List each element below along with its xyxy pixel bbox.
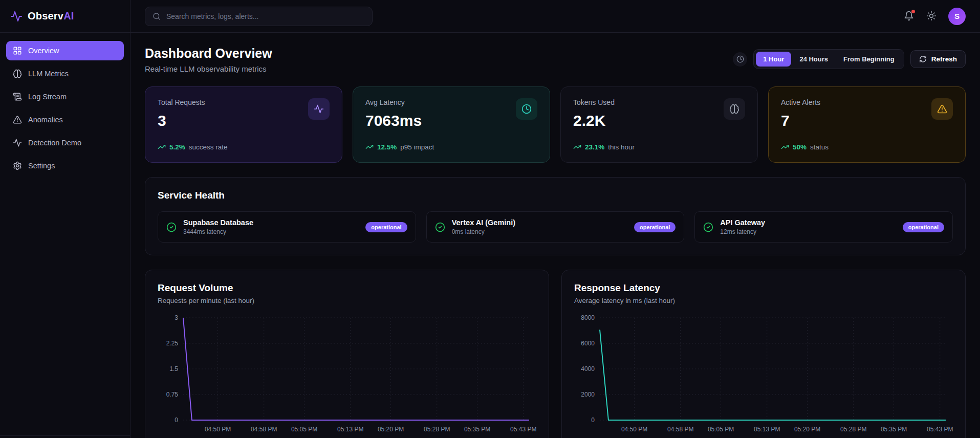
check-circle-icon <box>703 222 713 232</box>
sidebar-item-log-stream[interactable]: Log Stream <box>6 87 124 106</box>
collapse-button[interactable]: Collapse <box>0 435 130 438</box>
service-name: Vertex AI (Gemini) <box>452 218 627 227</box>
stat-value: 3 <box>158 112 205 129</box>
chart-title: Response Latency <box>574 282 953 294</box>
svg-text:3: 3 <box>175 314 178 321</box>
trending-up-icon <box>573 143 581 151</box>
svg-text:04:58 PM: 04:58 PM <box>251 426 277 433</box>
gear-icon <box>13 161 22 170</box>
sidebar-item-llm-metrics[interactable]: LLM Metrics <box>6 64 124 83</box>
svg-text:05:35 PM: 05:35 PM <box>464 426 490 433</box>
service-health-title: Service Health <box>158 190 953 201</box>
sidebar-item-settings[interactable]: Settings <box>6 156 124 176</box>
range-button-from-beginning[interactable]: From Beginning <box>836 52 902 67</box>
stat-label: Active Alerts <box>781 98 820 106</box>
clock-icon <box>516 98 537 120</box>
sidebar-item-label: Settings <box>28 162 55 170</box>
trend-percent: 12.5% <box>377 143 397 151</box>
sidebar-item-anomalies[interactable]: Anomalies <box>6 110 124 129</box>
topbar: S <box>130 0 980 33</box>
service-name: Supabase Database <box>183 218 359 227</box>
svg-text:05:20 PM: 05:20 PM <box>794 426 820 433</box>
chart-title: Request Volume <box>158 282 536 294</box>
stat-label: Total Requests <box>158 98 205 106</box>
svg-text:0: 0 <box>175 417 178 424</box>
stat-value: 2.2K <box>573 112 615 129</box>
notifications-button[interactable] <box>903 11 914 22</box>
range-button-24-hours[interactable]: 24 Hours <box>792 52 835 67</box>
refresh-icon <box>919 55 927 63</box>
stat-value: 7 <box>781 112 820 129</box>
activity-logo-icon <box>10 10 23 23</box>
stat-label: Avg Latency <box>365 98 422 106</box>
trend-description: status <box>810 143 829 151</box>
svg-text:05:05 PM: 05:05 PM <box>708 426 734 433</box>
svg-text:04:50 PM: 04:50 PM <box>621 426 647 433</box>
sidebar-nav: Overview LLM Metrics Log Stream Anomalie… <box>0 33 130 435</box>
svg-text:8000: 8000 <box>581 314 595 321</box>
main-area: S Dashboard Overview Real-time LLM obser… <box>130 0 980 438</box>
service-latency: 3444ms latency <box>183 228 359 235</box>
sidebar-item-label: Overview <box>28 47 59 55</box>
theme-toggle-button[interactable] <box>926 11 937 22</box>
time-controls: 1 Hour 24 Hours From Beginning Refresh <box>733 49 966 69</box>
logo: ObservAI <box>0 0 130 33</box>
activity-icon <box>13 138 22 147</box>
page-title: Dashboard Overview <box>145 46 272 61</box>
svg-text:05:13 PM: 05:13 PM <box>754 426 780 433</box>
stat-card-total-requests: Total Requests 3 5.2% success rate <box>145 86 342 163</box>
trending-up-icon <box>365 143 374 151</box>
search-box <box>145 7 373 26</box>
svg-text:4000: 4000 <box>581 365 595 373</box>
service-item-vertex-ai: Vertex AI (Gemini) 0ms latency operation… <box>426 211 685 243</box>
trend-percent: 50% <box>793 143 807 151</box>
time-range-group: 1 Hour 24 Hours From Beginning <box>753 49 904 69</box>
refresh-label: Refresh <box>931 55 957 63</box>
activity-icon <box>308 98 330 120</box>
notification-dot <box>911 10 915 13</box>
service-latency: 0ms latency <box>452 228 627 235</box>
sidebar-item-label: LLM Metrics <box>28 70 69 78</box>
svg-text:2000: 2000 <box>581 391 595 398</box>
trend-description: this hour <box>608 143 635 151</box>
svg-text:0: 0 <box>591 417 595 424</box>
trend-percent: 5.2% <box>169 143 185 151</box>
response-latency-chart: 0200040006000800004:50 PM04:58 PM05:05 P… <box>574 314 953 437</box>
stat-value: 7063ms <box>365 112 422 129</box>
range-button-1-hour[interactable]: 1 Hour <box>756 52 791 67</box>
refresh-button[interactable]: Refresh <box>910 50 966 68</box>
status-badge: operational <box>365 222 407 232</box>
stat-trend: 12.5% p95 impact <box>365 143 537 151</box>
stat-trend: 50% status <box>781 143 953 151</box>
search-input[interactable] <box>166 12 365 20</box>
brand-name: ObservAI <box>28 10 74 22</box>
sidebar-item-overview[interactable]: Overview <box>6 41 124 60</box>
svg-text:1.5: 1.5 <box>169 365 178 373</box>
sidebar-item-label: Anomalies <box>28 116 63 124</box>
service-item-api-gateway: API Gateway 12ms latency operational <box>694 211 953 243</box>
sidebar-item-detection-demo[interactable]: Detection Demo <box>6 133 124 152</box>
svg-text:04:50 PM: 04:50 PM <box>205 426 231 433</box>
stat-label: Tokens Used <box>573 98 615 106</box>
svg-text:05:05 PM: 05:05 PM <box>291 426 317 433</box>
services-grid: Supabase Database 3444ms latency operati… <box>158 211 953 243</box>
check-circle-icon <box>166 222 177 232</box>
charts-grid: Request Volume Requests per minute (last… <box>145 270 966 438</box>
sidebar-item-label: Log Stream <box>28 93 67 101</box>
search-icon <box>153 12 161 20</box>
svg-text:05:35 PM: 05:35 PM <box>881 426 907 433</box>
service-health-panel: Service Health Supabase Database 3444ms … <box>145 177 966 255</box>
chart-subtitle: Average latency in ms (last hour) <box>574 297 953 304</box>
avatar[interactable]: S <box>948 8 966 25</box>
chart-subtitle: Requests per minute (last hour) <box>158 297 536 304</box>
app-root: ObservAI Overview LLM Metrics Log Stream… <box>0 0 980 438</box>
svg-text:2.25: 2.25 <box>166 340 179 347</box>
stat-trend: 5.2% success rate <box>158 143 330 151</box>
grid-icon <box>13 46 22 55</box>
trending-up-icon <box>158 143 166 151</box>
status-badge: operational <box>634 222 676 232</box>
service-latency: 12ms latency <box>720 228 896 235</box>
svg-text:05:28 PM: 05:28 PM <box>840 426 866 433</box>
stat-trend: 23.1% this hour <box>573 143 745 151</box>
trend-percent: 23.1% <box>585 143 604 151</box>
